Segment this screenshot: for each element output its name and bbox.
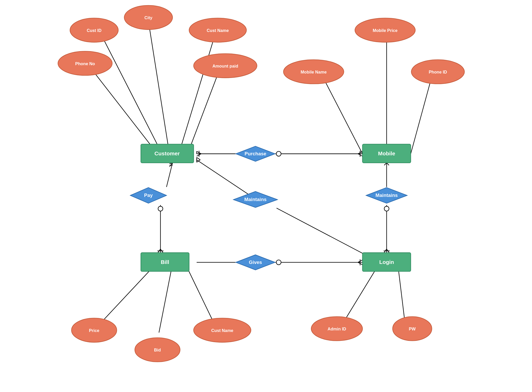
er-diagram: Cust ID City Cust Name Phone No Amount p… [0, 0, 532, 392]
attr-phone-no-label: Phone No [75, 61, 95, 66]
svg-line-9 [159, 271, 171, 333]
svg-line-4 [188, 66, 221, 154]
attr-mobile-name-label: Mobile Name [301, 70, 327, 74]
svg-line-32 [197, 160, 255, 199]
attr-cust-name-label: Cust Name [207, 28, 229, 33]
entity-mobile-label: Mobile [378, 150, 395, 156]
svg-point-42 [384, 206, 389, 211]
svg-line-33 [197, 157, 200, 160]
attr-amount-paid-label: Amount paid [212, 64, 238, 68]
rel-maintains-left-label: Maintains [244, 197, 267, 202]
svg-point-48 [276, 260, 281, 265]
rel-gives-label: Gives [249, 260, 262, 265]
svg-point-19 [276, 151, 281, 156]
entity-customer-label: Customer [155, 150, 180, 156]
svg-line-39 [387, 163, 389, 165]
svg-line-38 [384, 163, 387, 165]
attr-mobile-price-label: Mobile Price [373, 28, 398, 33]
rel-maintains-right-label: Maintains [376, 192, 398, 198]
attr-bill-cust-name-label: Cust Name [211, 328, 233, 333]
rel-pay-label: Pay [144, 192, 153, 198]
attr-city-label: City [144, 15, 152, 20]
svg-line-0 [102, 36, 157, 145]
attr-admin-id-label: Admin ID [328, 327, 346, 331]
attr-phone-id-label: Phone ID [429, 70, 447, 74]
attr-price-label: Price [89, 328, 99, 333]
attr-pw-label: PW [409, 327, 416, 331]
svg-line-3 [87, 63, 157, 154]
svg-line-10 [185, 262, 214, 324]
svg-line-6 [320, 71, 363, 154]
rel-purchase-label: Purchase [245, 151, 267, 156]
entity-login-label: Login [379, 259, 394, 265]
svg-line-2 [182, 36, 215, 145]
entity-bill-label: Bill [161, 259, 169, 265]
svg-point-28 [158, 206, 163, 211]
attr-bid-label: Bid [154, 348, 161, 352]
svg-line-36 [277, 208, 363, 253]
attr-cust-id-label: Cust ID [87, 28, 102, 33]
svg-line-1 [148, 21, 168, 145]
